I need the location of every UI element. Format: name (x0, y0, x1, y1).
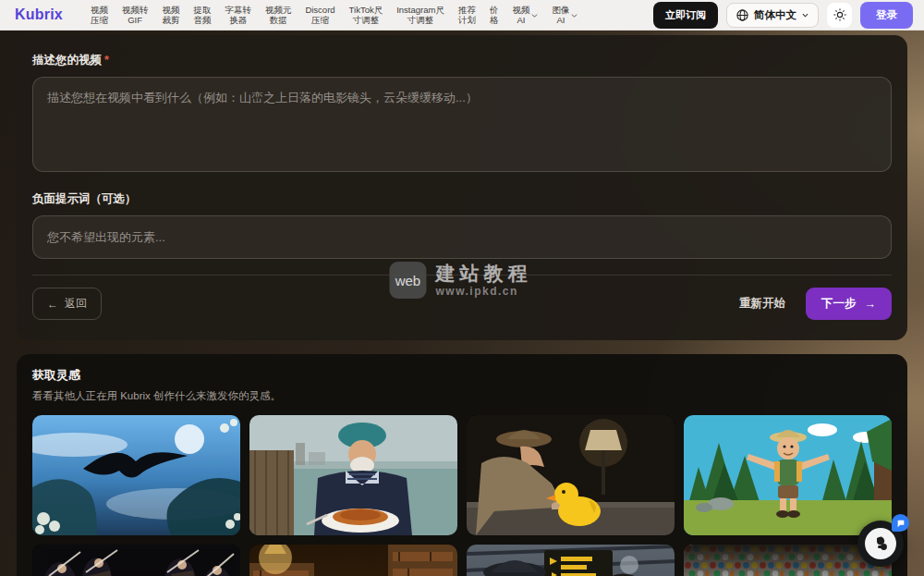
form-divider (32, 275, 892, 276)
inspiration-panel: 获取灵感 看看其他人正在用 Kubrix 创作什么来激发你的灵感。 (17, 354, 907, 576)
nav-item-pricing[interactable]: 价格 (490, 5, 499, 25)
thumbnail-library-craftsman[interactable] (249, 545, 457, 576)
chevron-down-icon (531, 12, 538, 18)
nav-item-video-crop[interactable]: 视频裁剪 (162, 5, 179, 25)
inspiration-grid (32, 415, 892, 576)
thumbnail-sailor-spaghetti[interactable] (249, 415, 457, 535)
sun-icon (833, 8, 846, 21)
nav-item-extract-audio[interactable]: 提取音频 (193, 5, 211, 25)
chat-widget-button[interactable] (857, 521, 904, 567)
negative-prompt-input[interactable] (32, 215, 892, 259)
page-background: 描述您的视频* 负面提示词（可选） ← 返回 重新开始 下一步 → web 建站… (0, 31, 924, 576)
arrow-right-icon: → (865, 298, 877, 311)
nav-item-video-to-gif[interactable]: 视频转GIF (122, 5, 149, 25)
negative-prompt-label: 负面提示词（可选） (32, 191, 892, 207)
language-selector[interactable]: 简体中文 (726, 3, 819, 28)
nav-item-referral[interactable]: 推荐计划 (458, 5, 476, 25)
restart-button[interactable]: 重新开始 (739, 296, 785, 312)
nav-item-instagram-resize[interactable]: Instagram尺寸调整 (396, 5, 444, 25)
chevron-down-icon (571, 12, 578, 18)
chat-notification-badge (892, 514, 909, 532)
nav-item-subtitle-converter[interactable]: 字幕转换器 (225, 5, 251, 25)
next-step-button[interactable]: 下一步 → (806, 288, 892, 320)
thumbnail-claymation-hiker[interactable] (684, 415, 892, 535)
video-description-input[interactable] (32, 77, 892, 172)
chevron-down-icon (802, 12, 808, 18)
thumbnail-station-noir[interactable] (467, 545, 675, 576)
nav-item-tiktok-resize[interactable]: TikTok尺寸调整 (349, 5, 383, 25)
back-button[interactable]: ← 返回 (32, 288, 102, 320)
video-prompt-panel: 描述您的视频* 负面提示词（可选） ← 返回 重新开始 下一步 → (17, 35, 907, 340)
globe-icon (736, 9, 748, 21)
nav-item-video-ai[interactable]: 视频AI (512, 5, 538, 25)
nav-menu: 视频压缩 视频转GIF 视频裁剪 提取音频 字幕转换器 视频元数据 Discor… (91, 5, 644, 25)
nav-item-video-metadata[interactable]: 视频元数据 (265, 5, 292, 25)
required-asterisk: * (104, 54, 109, 67)
nav-actions: 立即订阅 简体中文 登录 (653, 2, 913, 29)
thumbnail-bird-night-sky[interactable] (32, 415, 240, 535)
describe-label: 描述您的视频* (32, 53, 892, 68)
kubrix-logo[interactable]: Kubrix (15, 6, 63, 23)
thumbnail-detective-rubber-duck[interactable] (467, 415, 675, 535)
inspiration-subtitle: 看看其他人正在用 Kubrix 创作什么来激发你的灵感。 (32, 389, 892, 403)
chat-avatar-icon (865, 528, 896, 559)
nav-item-video-compress[interactable]: 视频压缩 (91, 5, 108, 25)
language-label: 简体中文 (754, 8, 796, 22)
form-footer: ← 返回 重新开始 下一步 → (32, 288, 892, 320)
nav-item-discord-compress[interactable]: Discord压缩 (305, 5, 334, 25)
theme-toggle-button[interactable] (827, 3, 852, 28)
arrow-left-icon: ← (47, 298, 58, 311)
thumbnail-cat-orchestra[interactable] (32, 545, 240, 576)
top-navbar: Kubrix 视频压缩 视频转GIF 视频裁剪 提取音频 字幕转换器 视频元数据… (0, 0, 924, 31)
nav-item-image-ai[interactable]: 图像AI (552, 5, 578, 25)
subscribe-button[interactable]: 立即订阅 (653, 2, 718, 29)
inspiration-title: 获取灵感 (32, 367, 892, 384)
login-button[interactable]: 登录 (860, 2, 913, 29)
